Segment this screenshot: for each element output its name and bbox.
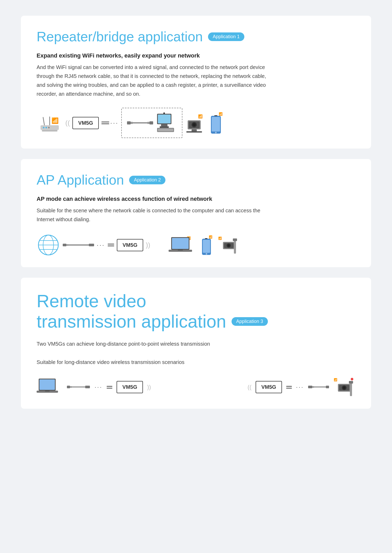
section3-title-badge-row: transmission application Application 3 (37, 311, 355, 332)
connector-lines-1: ··· (101, 119, 119, 127)
section2-badge: Application 2 (129, 176, 165, 184)
section1-diagram: 📶 (( VM5G ··· (37, 108, 355, 138)
section1-title-row: Repeater/bridge application Application … (37, 29, 355, 44)
svg-rect-25 (192, 129, 197, 132)
section-remote-video: Remote video transmission application Ap… (21, 278, 371, 409)
vm5g-box-2: VM5G (117, 239, 143, 251)
cable2-svg (63, 240, 94, 250)
signal-3-left-icon: (( (247, 384, 251, 391)
section2-diagram: ··· VM5G )) 📶 📶 (37, 233, 355, 257)
svg-rect-40 (89, 244, 94, 246)
phone-svg: 📶 (210, 111, 224, 135)
eq-line (108, 244, 114, 244)
svg-rect-48 (203, 240, 210, 253)
svg-rect-37 (63, 244, 66, 246)
svg-rect-56 (234, 239, 236, 254)
eq-line (107, 386, 112, 387)
section3-title-area: Remote video transmission application Ap… (37, 291, 355, 332)
section3-title-lines: Remote video transmission application Ap… (37, 291, 355, 332)
router-icon: 📶 (37, 112, 63, 134)
section2-body: Suitable for the scene where the network… (37, 206, 272, 224)
svg-point-6 (48, 127, 50, 128)
svg-rect-61 (45, 391, 50, 391)
section2-title: AP Application (37, 172, 124, 188)
eq-lines-1 (101, 122, 109, 124)
svg-rect-69 (326, 386, 329, 388)
svg-point-31 (215, 132, 217, 133)
svg-rect-10 (131, 122, 133, 124)
cable4-svg (308, 383, 329, 392)
svg-rect-19 (158, 129, 173, 131)
section3-body2: Suitable for long-distance video wireles… (37, 358, 272, 367)
svg-rect-9 (127, 121, 131, 124)
section1-subtitle: Expand existing WiFi networks, easily ex… (37, 52, 355, 59)
vm5g-box-3a: VM5G (117, 381, 143, 393)
svg-rect-38 (66, 244, 68, 246)
cable-svg (127, 118, 153, 128)
section1-title: Repeater/bridge application (37, 29, 203, 44)
cable3-svg (67, 383, 90, 392)
svg-rect-12 (147, 122, 149, 124)
svg-point-50 (206, 253, 207, 255)
svg-text:📶: 📶 (51, 117, 59, 124)
camera2-svg: 📶 (218, 235, 239, 255)
svg-point-71 (351, 378, 353, 380)
svg-point-5 (45, 127, 47, 128)
vm5g-box-3b: VM5G (256, 381, 282, 393)
svg-point-4 (43, 127, 44, 128)
section3-badge: Application 3 (232, 317, 268, 326)
svg-point-55 (228, 244, 230, 247)
svg-rect-59 (39, 379, 55, 390)
svg-rect-11 (149, 121, 153, 124)
svg-rect-26 (186, 131, 202, 133)
svg-text:📶: 📶 (209, 235, 212, 239)
vm5g-box-1: VM5G (72, 117, 99, 129)
dots-2: ··· (97, 241, 105, 249)
svg-rect-66 (308, 386, 312, 388)
svg-rect-63 (70, 386, 72, 388)
svg-rect-16 (161, 124, 168, 126)
svg-text:📶: 📶 (334, 378, 337, 381)
section1-body: And the WiFi signal can be converted int… (37, 63, 272, 98)
svg-point-24 (193, 123, 196, 126)
svg-line-0 (43, 117, 44, 125)
eq-line (286, 386, 292, 387)
eq-line (108, 246, 114, 246)
signal-right-icon: )) (146, 241, 150, 249)
svg-rect-62 (67, 386, 70, 388)
section1-badge: Application 1 (208, 32, 244, 41)
svg-rect-57 (233, 238, 237, 241)
eq-line (101, 122, 109, 122)
pos-svg (156, 112, 177, 133)
svg-text:📶: 📶 (198, 114, 203, 119)
laptop-svg: 📶 (169, 235, 197, 255)
svg-rect-49 (205, 238, 207, 239)
router-svg: 📶 (38, 112, 61, 133)
svg-text:📶: 📶 (218, 236, 222, 240)
camera3-svg: 📶 (333, 376, 355, 398)
svg-rect-29 (212, 117, 220, 132)
svg-rect-7 (42, 130, 57, 132)
eq-line (101, 123, 109, 124)
dashed-connection-box (121, 108, 182, 138)
eq-line (286, 388, 292, 389)
svg-rect-65 (85, 386, 90, 388)
svg-rect-76 (350, 382, 352, 396)
dots-3: ··· (95, 384, 102, 391)
section2-subtitle: AP mode can achieve wireless access func… (37, 196, 355, 202)
section3-body1: Two VM5Gs can achieve long-distance poin… (37, 339, 272, 348)
svg-rect-43 (172, 238, 189, 249)
section3-diagram: ··· VM5G )) (( VM5G ··· (37, 376, 355, 398)
section2-right-devices: 📶 📶 📶 (169, 234, 239, 256)
signal-3-right-icon: )) (147, 384, 151, 391)
globe-svg (37, 233, 60, 257)
camera-svg: 📶 (185, 112, 206, 133)
section-repeater: Repeater/bridge application Application … (21, 16, 371, 149)
svg-rect-77 (349, 381, 353, 384)
svg-point-15 (163, 112, 165, 114)
dots-3b: ··· (296, 384, 304, 391)
section3-title-line2: transmission application (37, 311, 226, 332)
section-ap: AP Application Application 2 AP mode can… (21, 159, 371, 267)
svg-point-75 (343, 386, 345, 389)
section2-title-row: AP Application Application 2 (37, 172, 355, 188)
